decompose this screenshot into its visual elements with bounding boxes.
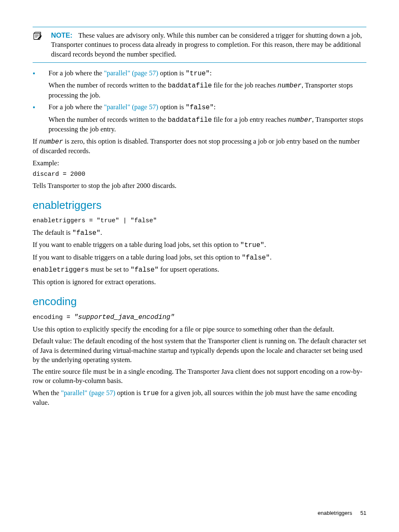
note-bottom-rule xyxy=(33,62,366,63)
note-block: NOTE: These values are advisory only. Wh… xyxy=(33,31,366,59)
text: is zero, this option is disabled. Transp… xyxy=(33,137,360,155)
text: If you want to enable triggers on a tabl… xyxy=(33,241,240,249)
note-label: NOTE: xyxy=(51,31,72,39)
paragraph: If you want to disable triggers on a tab… xyxy=(33,253,366,263)
text: . xyxy=(264,241,266,249)
code-variable: number xyxy=(39,138,63,146)
code-literal: "false" xyxy=(72,229,100,237)
code-literal: "false" xyxy=(130,266,159,274)
parallel-link[interactable]: "parallel" (page 57) xyxy=(104,69,158,77)
paragraph: Tells Transporter to stop the job after … xyxy=(33,181,366,190)
text: option is xyxy=(158,103,186,111)
text: option is xyxy=(115,389,143,397)
section-heading-encoding: encoding xyxy=(33,294,366,309)
bullet-subtext: When the number of records written to th… xyxy=(49,115,366,134)
text: For a job where the xyxy=(49,103,104,111)
text: must be set to xyxy=(89,265,130,273)
text: file for the job reaches xyxy=(212,81,278,89)
text: encoding = xyxy=(33,314,74,321)
code-variable: "supported_java_encoding" xyxy=(74,314,174,321)
parallel-link[interactable]: "parallel" (page 57) xyxy=(61,389,115,397)
code-literal: "false" xyxy=(242,254,270,262)
text: : xyxy=(210,69,212,77)
code-literal: "true" xyxy=(240,242,264,249)
text: The default is xyxy=(33,229,72,236)
code-variable: number xyxy=(288,116,312,124)
footer-page-number: 51 xyxy=(361,510,366,516)
paragraph: The entire source file must be in a sing… xyxy=(33,367,366,386)
note-text: These values are advisory only. While th… xyxy=(51,31,362,58)
text: for upsert operations. xyxy=(159,265,219,273)
page-content: NOTE: These values are advisory only. Wh… xyxy=(0,0,399,532)
text: If you want to disable triggers on a tab… xyxy=(33,253,242,261)
text: When the number of records written to th… xyxy=(49,81,168,89)
paragraph: If number is zero, this option is disabl… xyxy=(33,137,366,156)
paragraph: If you want to enable triggers on a tabl… xyxy=(33,240,366,250)
text: For a job where the xyxy=(49,69,104,77)
syntax-line: enabletriggers = "true" | "false" xyxy=(33,217,366,225)
paragraph: The default is "false". xyxy=(33,228,366,238)
syntax-line: encoding = "supported_java_encoding" xyxy=(33,313,366,322)
code-example: discard = 2000 xyxy=(33,170,366,179)
code-literal: "false" xyxy=(186,104,214,111)
code-literal: baddatafile xyxy=(168,116,212,124)
paragraph: This option is ignored for extract opera… xyxy=(33,278,366,287)
text: When the number of records written to th… xyxy=(49,116,168,123)
footer-section: enabletriggers xyxy=(318,510,352,516)
text: When the xyxy=(33,389,61,397)
paragraph: Use this option to explicitly specify th… xyxy=(33,325,366,334)
list-item: For a job where the "parallel" (page 57)… xyxy=(33,69,366,100)
code-variable: number xyxy=(277,82,302,90)
bullet-text: For a job where the "parallel" (page 57)… xyxy=(49,69,366,79)
code-literal: enabletriggers xyxy=(33,266,89,274)
note-icon xyxy=(33,31,42,43)
bullet-subtext: When the number of records written to th… xyxy=(49,81,366,100)
text: file for a job entry reaches xyxy=(212,116,288,123)
note-top-rule xyxy=(33,27,366,27)
paragraph: Example: xyxy=(33,159,366,168)
paragraph: When the "parallel" (page 57) option is … xyxy=(33,388,366,408)
text: . xyxy=(100,229,102,236)
section-heading-enabletriggers: enabletriggers xyxy=(33,198,366,213)
note-body: NOTE: These values are advisory only. Wh… xyxy=(51,31,366,59)
text: If xyxy=(33,137,39,145)
bullet-text: For a job where the "parallel" (page 57)… xyxy=(49,103,366,113)
text: option is xyxy=(158,69,186,77)
list-item: For a job where the "parallel" (page 57)… xyxy=(33,103,366,134)
text: . xyxy=(270,253,271,261)
paragraph: enabletriggers must be set to "false" fo… xyxy=(33,265,366,275)
page-footer: enabletriggers 51 xyxy=(318,509,366,517)
code-literal: "true" xyxy=(186,70,210,77)
code-literal: baddatafile xyxy=(168,82,212,90)
paragraph: Default value: The default encoding of t… xyxy=(33,337,366,365)
parallel-link[interactable]: "parallel" (page 57) xyxy=(104,103,158,111)
text: : xyxy=(214,103,216,111)
code-literal: true xyxy=(143,390,159,397)
bullet-list: For a job where the "parallel" (page 57)… xyxy=(33,69,366,134)
